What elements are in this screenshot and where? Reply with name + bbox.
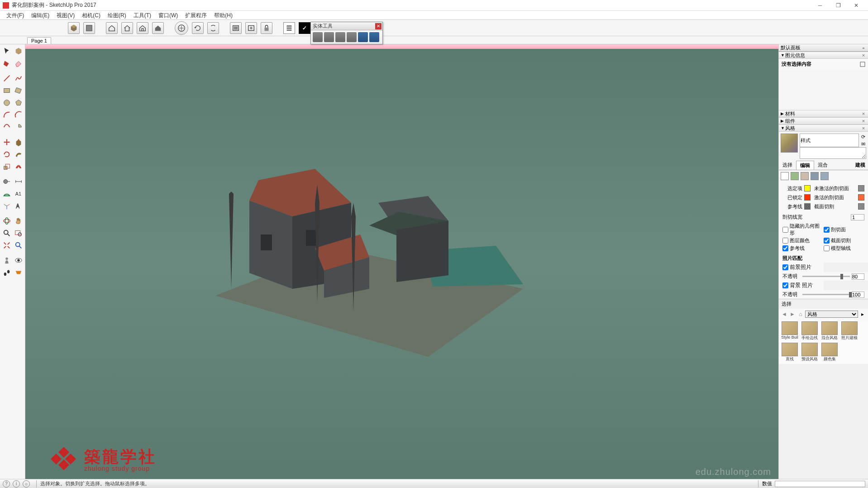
- lock-icon[interactable]: [261, 22, 272, 34]
- materials-header[interactable]: ▶ 材料 ×: [779, 110, 868, 117]
- style-forward-icon[interactable]: ►: [789, 311, 796, 318]
- freehand-tool-icon[interactable]: [14, 73, 24, 83]
- cycle-icon[interactable]: [207, 22, 219, 34]
- arc-tool-icon[interactable]: [2, 110, 12, 120]
- solid-tools-panel[interactable]: 实体工具 ✕: [310, 22, 383, 44]
- section-plane-icon[interactable]: [14, 268, 24, 277]
- solid-tool-1[interactable]: [313, 32, 323, 42]
- model-axes-checkbox[interactable]: 模型轴线: [824, 244, 865, 252]
- style-home-icon[interactable]: ⌂: [797, 311, 804, 318]
- style-tab-select[interactable]: 选择: [779, 161, 796, 170]
- menu-view[interactable]: 视图(V): [53, 11, 78, 19]
- circle-tool-icon[interactable]: [2, 98, 12, 108]
- paint-bucket-icon[interactable]: [2, 58, 12, 68]
- section-cut-swatch[interactable]: [858, 203, 864, 210]
- position-camera-icon[interactable]: [2, 255, 12, 265]
- hidden-geo-checkbox[interactable]: 隐藏的几何图形: [782, 222, 824, 237]
- entity-info-close-icon[interactable]: ×: [861, 53, 866, 58]
- style-item-0[interactable]: Style Buil: [781, 321, 799, 341]
- styles-close-icon[interactable]: ×: [861, 125, 866, 131]
- pie-tool-icon[interactable]: [14, 122, 24, 132]
- scene-tab-1[interactable]: Page 1: [27, 37, 51, 44]
- section-cut-checkbox[interactable]: 截面切割: [824, 237, 865, 244]
- line-tool-icon[interactable]: [2, 73, 12, 83]
- opacity1-slider[interactable]: [802, 276, 850, 277]
- styles-header[interactable]: ▼ 风格 ×: [779, 124, 868, 132]
- hint-icon-3[interactable]: ☼: [23, 480, 30, 488]
- house1-icon[interactable]: [106, 22, 118, 34]
- entity-info-header[interactable]: ▼ 图元信息 ×: [779, 52, 868, 59]
- style-tab-edit[interactable]: 编辑: [796, 161, 814, 170]
- style-thumbnail[interactable]: [781, 134, 798, 153]
- selected-color-swatch[interactable]: [804, 185, 811, 191]
- menu-file[interactable]: 文件(F): [3, 11, 28, 19]
- opacity2-slider[interactable]: [802, 294, 850, 295]
- 3dtext-tool-icon[interactable]: [14, 201, 24, 211]
- style-item-5[interactable]: 预设风格: [801, 343, 819, 362]
- followme-tool-icon[interactable]: [14, 149, 24, 159]
- materials-close-icon[interactable]: ×: [861, 111, 866, 116]
- eraser-icon[interactable]: [14, 58, 24, 68]
- list-icon[interactable]: [283, 22, 295, 34]
- house4-icon[interactable]: [152, 22, 164, 34]
- axes-tool-icon[interactable]: [2, 201, 12, 211]
- guides-checkbox[interactable]: 参考线: [782, 244, 824, 252]
- tape-measure-icon[interactable]: [2, 177, 12, 187]
- menu-window[interactable]: 窗口(W): [155, 11, 181, 19]
- menu-help[interactable]: 帮助(H): [210, 11, 236, 19]
- protractor-icon[interactable]: [2, 189, 12, 199]
- menu-tools[interactable]: 工具(T): [130, 11, 155, 19]
- frame2-icon[interactable]: [245, 22, 257, 34]
- maximize-button[interactable]: ❐: [829, 0, 847, 10]
- components-close-icon[interactable]: ×: [861, 118, 866, 124]
- scale-tool-icon[interactable]: [2, 162, 12, 172]
- zoom-tool-icon[interactable]: [2, 228, 12, 238]
- foreground-photo-checkbox[interactable]: 前景照片: [779, 263, 824, 272]
- style-item-3[interactable]: 照片建模: [840, 321, 858, 341]
- style-item-4[interactable]: 直线: [781, 343, 799, 362]
- circle-nav-icon[interactable]: [175, 21, 188, 35]
- rotate-tool-icon[interactable]: [2, 149, 12, 159]
- section-planes-checkbox[interactable]: 剖切面: [824, 222, 865, 237]
- zoom-window-icon[interactable]: [14, 228, 24, 238]
- solid-tool-4[interactable]: [347, 32, 357, 42]
- walk-tool-icon[interactable]: [2, 268, 12, 277]
- watermark-settings-icon[interactable]: [811, 172, 819, 180]
- style-item-6[interactable]: 颜色集: [820, 343, 839, 362]
- solid-tool-6[interactable]: [369, 32, 379, 42]
- check-icon[interactable]: ✓: [299, 22, 310, 34]
- locked-color-swatch[interactable]: [804, 194, 811, 201]
- active-section-swatch[interactable]: [858, 194, 864, 201]
- entity-mini-icon[interactable]: [860, 62, 865, 67]
- default-panel-header[interactable]: 默认面板 ▫: [779, 44, 868, 52]
- tray-collapse-icon[interactable]: ▫: [861, 45, 866, 51]
- background-settings-icon[interactable]: [801, 172, 809, 180]
- style-collection-select[interactable]: 风格: [805, 311, 858, 318]
- menu-draw[interactable]: 绘图(R): [104, 11, 130, 19]
- style-new-icon[interactable]: ✉: [860, 141, 866, 147]
- solid-tool-2[interactable]: [324, 32, 334, 42]
- polygon-tool-icon[interactable]: [14, 98, 24, 108]
- background-photo-checkbox[interactable]: 背景 照片: [779, 281, 824, 290]
- edge-settings-icon[interactable]: [781, 172, 789, 180]
- make-component-icon[interactable]: [14, 46, 24, 56]
- select-tool-icon[interactable]: [2, 46, 12, 56]
- close-button[interactable]: ✕: [847, 0, 865, 10]
- move-tool-icon[interactable]: [2, 137, 12, 147]
- arc3-tool-icon[interactable]: [2, 122, 12, 132]
- face-settings-icon[interactable]: [791, 172, 799, 180]
- refresh-icon[interactable]: [192, 22, 204, 34]
- components-header[interactable]: ▶ 组件 ×: [779, 117, 868, 124]
- arc2-tool-icon[interactable]: [14, 110, 24, 120]
- solid-tools-close-icon[interactable]: ✕: [375, 23, 382, 29]
- viewport-3d[interactable]: 築龍学社 zhulong study group edu.zhulong.com: [25, 44, 778, 479]
- style-desc-input[interactable]: [800, 147, 866, 159]
- pan-tool-icon[interactable]: [14, 216, 24, 226]
- color-by-layer-checkbox[interactable]: 图层颜色: [782, 237, 824, 244]
- hint-icon-2[interactable]: i: [13, 480, 20, 488]
- orbit-tool-icon[interactable]: [2, 216, 12, 226]
- pushpull-tool-icon[interactable]: [14, 137, 24, 147]
- previous-view-icon[interactable]: [14, 240, 24, 250]
- opacity2-input[interactable]: [852, 292, 864, 298]
- rectangle-tool-icon[interactable]: [2, 86, 12, 96]
